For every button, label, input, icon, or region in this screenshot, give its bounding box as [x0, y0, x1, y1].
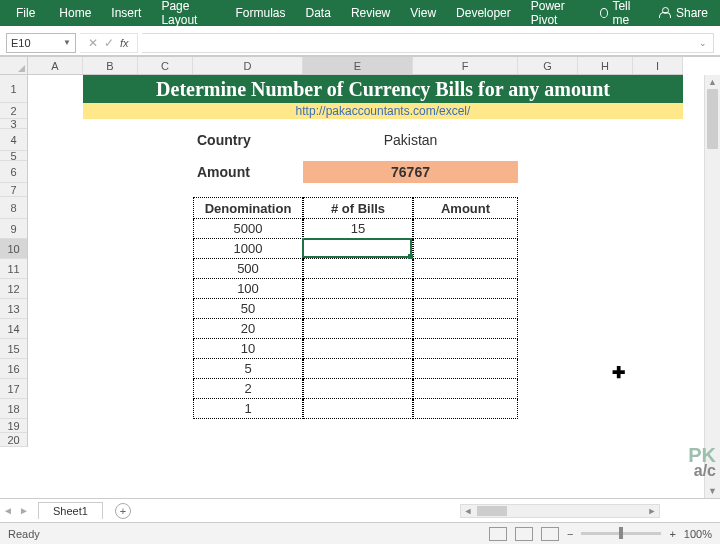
vertical-scrollbar[interactable]: ▲ ▼	[704, 75, 720, 498]
tab-view[interactable]: View	[400, 0, 446, 26]
row-header-8[interactable]: 8	[0, 197, 27, 219]
zoom-out-button[interactable]: −	[567, 528, 573, 540]
amt-2[interactable]	[413, 259, 518, 279]
share-button[interactable]: Share	[650, 0, 718, 26]
expand-formula-icon[interactable]: ⌄	[699, 38, 707, 48]
bills-0[interactable]: 15	[303, 219, 413, 239]
row-header-12[interactable]: 12	[0, 279, 27, 299]
col-header-B[interactable]: B	[83, 57, 138, 74]
tab-developer[interactable]: Developer	[446, 0, 521, 26]
bills-4[interactable]	[303, 299, 413, 319]
tbl-header-amount[interactable]: Amount	[413, 197, 518, 219]
tell-me[interactable]: Tell me	[592, 0, 650, 27]
country-label[interactable]: Country	[193, 129, 303, 151]
denom-4[interactable]: 50	[193, 299, 303, 319]
amount-label[interactable]: Amount	[193, 161, 303, 183]
hscroll-right-icon[interactable]: ►	[645, 506, 659, 516]
denom-1[interactable]: 1000	[193, 239, 303, 259]
scroll-up-icon[interactable]: ▲	[705, 75, 720, 89]
amt-4[interactable]	[413, 299, 518, 319]
row-header-9[interactable]: 9	[0, 219, 27, 239]
cancel-icon[interactable]: ✕	[88, 36, 98, 50]
vscroll-thumb[interactable]	[707, 89, 718, 149]
tbl-header-denom[interactable]: Denomination	[193, 197, 303, 219]
row-header-5[interactable]: 5	[0, 151, 27, 161]
amt-1[interactable]	[413, 239, 518, 259]
amt-5[interactable]	[413, 319, 518, 339]
horizontal-scrollbar[interactable]: ◄ ►	[460, 504, 660, 518]
tab-file[interactable]: File	[2, 0, 49, 26]
row-header-10[interactable]: 10	[0, 239, 27, 259]
col-header-E[interactable]: E	[303, 57, 413, 74]
bills-6[interactable]	[303, 339, 413, 359]
bills-5[interactable]	[303, 319, 413, 339]
amt-9[interactable]	[413, 399, 518, 419]
sheet-nav-prev[interactable]: ◄	[0, 505, 16, 516]
row-header-11[interactable]: 11	[0, 259, 27, 279]
col-header-I[interactable]: I	[633, 57, 683, 74]
amt-7[interactable]	[413, 359, 518, 379]
hscroll-left-icon[interactable]: ◄	[461, 506, 475, 516]
row-header-20[interactable]: 20	[0, 433, 27, 447]
view-page-layout-icon[interactable]	[515, 527, 533, 541]
bills-9[interactable]	[303, 399, 413, 419]
tab-insert[interactable]: Insert	[101, 0, 151, 26]
tab-data[interactable]: Data	[296, 0, 341, 26]
col-header-D[interactable]: D	[193, 57, 303, 74]
denom-2[interactable]: 500	[193, 259, 303, 279]
col-header-F[interactable]: F	[413, 57, 518, 74]
amt-3[interactable]	[413, 279, 518, 299]
row-header-4[interactable]: 4	[0, 129, 27, 151]
zoom-slider[interactable]	[581, 532, 661, 535]
sheet-nav-next[interactable]: ►	[16, 505, 32, 516]
row-header-18[interactable]: 18	[0, 399, 27, 419]
add-sheet-button[interactable]: +	[115, 503, 131, 519]
view-normal-icon[interactable]	[489, 527, 507, 541]
bills-1[interactable]	[303, 239, 413, 259]
tab-page-layout[interactable]: Page Layout	[151, 0, 225, 26]
denom-8[interactable]: 2	[193, 379, 303, 399]
amt-8[interactable]	[413, 379, 518, 399]
row-header-19[interactable]: 19	[0, 419, 27, 433]
row-header-14[interactable]: 14	[0, 319, 27, 339]
denom-0[interactable]: 5000	[193, 219, 303, 239]
hscroll-thumb[interactable]	[477, 506, 507, 516]
name-box[interactable]: E10▼	[6, 33, 76, 53]
tab-home[interactable]: Home	[49, 0, 101, 26]
denom-7[interactable]: 5	[193, 359, 303, 379]
denom-5[interactable]: 20	[193, 319, 303, 339]
title-cell[interactable]: Determine Number of Currency Bills for a…	[83, 75, 683, 103]
row-header-3[interactable]: 3	[0, 119, 27, 129]
link-cell[interactable]: http://pakaccountants.com/excel/	[83, 103, 683, 119]
enter-icon[interactable]: ✓	[104, 36, 114, 50]
sheet-tab-1[interactable]: Sheet1	[38, 502, 103, 519]
bills-2[interactable]	[303, 259, 413, 279]
bills-8[interactable]	[303, 379, 413, 399]
view-page-break-icon[interactable]	[541, 527, 559, 541]
tab-review[interactable]: Review	[341, 0, 400, 26]
tab-power-pivot[interactable]: Power Pivot	[521, 0, 592, 26]
chevron-down-icon[interactable]: ▼	[63, 38, 71, 47]
amt-6[interactable]	[413, 339, 518, 359]
zoom-in-button[interactable]: +	[669, 528, 675, 540]
row-header-6[interactable]: 6	[0, 161, 27, 183]
row-header-13[interactable]: 13	[0, 299, 27, 319]
row-header-1[interactable]: 1	[0, 75, 27, 103]
amount-value[interactable]: 76767	[303, 161, 518, 183]
tab-formulas[interactable]: Formulas	[226, 0, 296, 26]
zoom-value[interactable]: 100%	[684, 528, 712, 540]
formula-input[interactable]: ⌄	[142, 33, 714, 53]
denom-3[interactable]: 100	[193, 279, 303, 299]
col-header-H[interactable]: H	[578, 57, 633, 74]
amt-0[interactable]	[413, 219, 518, 239]
bills-7[interactable]	[303, 359, 413, 379]
zoom-slider-thumb[interactable]	[619, 527, 623, 539]
row-header-16[interactable]: 16	[0, 359, 27, 379]
scroll-down-icon[interactable]: ▼	[705, 484, 720, 498]
tbl-header-bills[interactable]: # of Bills	[303, 197, 413, 219]
col-header-G[interactable]: G	[518, 57, 578, 74]
col-header-C[interactable]: C	[138, 57, 193, 74]
row-header-17[interactable]: 17	[0, 379, 27, 399]
col-header-A[interactable]: A	[28, 57, 83, 74]
denom-9[interactable]: 1	[193, 399, 303, 419]
